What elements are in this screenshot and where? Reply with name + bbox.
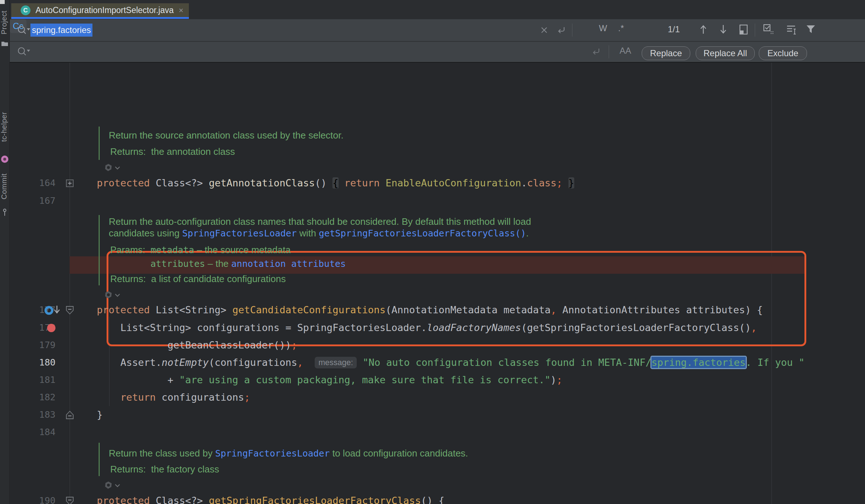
replace-toolbar: AA Replace Replace All Exclude	[10, 42, 865, 62]
regex-toggle[interactable]: .*	[618, 23, 624, 33]
javadoc-line: Returns: the factory class	[110, 460, 219, 478]
code-token: ;	[556, 374, 562, 385]
code-token: to load configuration candidates.	[330, 448, 468, 459]
preserve-case-toggle[interactable]: AA	[620, 46, 631, 56]
code-line: Assert.notEmpty(configurations, message:…	[120, 354, 804, 371]
toolbar-separator	[609, 45, 609, 58]
code-token: return	[344, 177, 386, 189]
sidebar-item-tc-helper[interactable]: tc-helper	[0, 102, 9, 152]
line-number[interactable]: 180	[10, 354, 55, 371]
code-token: SpringFactoriesLoader	[182, 228, 297, 239]
code-token: Params:	[110, 244, 150, 255]
code-token: metadata	[150, 245, 194, 255]
fold-start-icon[interactable]	[65, 496, 74, 504]
code-token: Return the class used by	[109, 448, 215, 459]
javadoc-line: Returns: a list of candidate configurati…	[110, 270, 286, 288]
line-number[interactable]: 184	[10, 424, 55, 441]
toolbar-separator	[755, 24, 755, 37]
select-all-occurrences-icon[interactable]	[763, 24, 775, 36]
tab-title: AutoConfigurationImportSelector.java	[36, 5, 174, 15]
search-icon[interactable]	[16, 25, 31, 36]
code-line: List<String> configurations = SpringFact…	[120, 319, 757, 336]
line-number[interactable]: 181	[10, 371, 55, 389]
code-token: (getSpringFactoriesLoaderFactoryClass()	[521, 322, 751, 333]
code-token: () {	[421, 495, 444, 504]
code-token: SpringFactoriesLoader	[215, 448, 330, 459]
code-token: "No auto configuration classes found in …	[363, 357, 651, 368]
corner-widget	[0, 0, 5, 4]
code-line: getBeanClassLoader());	[167, 336, 297, 354]
code-token: loadFactoryNames	[427, 322, 521, 333]
code-token	[303, 357, 315, 368]
code-token: protected	[97, 304, 156, 315]
line-number[interactable]: 179	[10, 336, 55, 354]
code-token: return	[120, 392, 162, 403]
editor[interactable]: 1641671771781791801811821831841901911921…	[10, 63, 865, 504]
sidebar-item-project[interactable]: Project	[0, 6, 9, 39]
code-token: . If you "	[746, 357, 805, 368]
javadoc-bar	[99, 443, 100, 476]
newline-icon[interactable]	[556, 25, 567, 35]
code-token: Returns: the annotation class	[110, 146, 235, 157]
fold-expand-icon[interactable]	[66, 179, 74, 189]
tab-autoconfigurationimportselector[interactable]: C AutoConfigurationImportSelector.java ×	[11, 3, 189, 17]
code-token	[562, 177, 568, 189]
code-token: ,	[751, 322, 757, 333]
code-token: – the source metadata	[194, 244, 291, 255]
multiline-icon[interactable]	[786, 24, 798, 35]
code-token: (configurations	[209, 357, 297, 368]
code-token: configurations	[162, 392, 244, 403]
code-line: }	[97, 406, 103, 424]
code-token: Returns: the factory class	[110, 464, 219, 475]
replace-input[interactable]	[32, 46, 503, 57]
plugin-icon[interactable]	[1, 155, 9, 165]
replace-all-button[interactable]: Replace All	[696, 46, 755, 60]
clear-icon[interactable]	[540, 26, 549, 34]
gutter-separator	[70, 63, 70, 504]
code-token: }	[568, 177, 574, 189]
override-icon[interactable]	[44, 304, 62, 318]
fold-end-icon[interactable]	[65, 410, 74, 421]
line-number[interactable]: 167	[10, 192, 55, 210]
search-input[interactable]: spring.factories	[30, 24, 92, 37]
line-number[interactable]: 190	[10, 492, 55, 504]
replace-newline-icon[interactable]	[591, 47, 601, 56]
words-toggle[interactable]: W	[599, 23, 607, 33]
sidebar-item-commit[interactable]: Commit	[0, 168, 9, 205]
search-in-selection-icon[interactable]	[738, 24, 749, 36]
javadoc-line: attributes – the annotation attributes	[150, 255, 346, 272]
code-token: protected	[97, 495, 156, 504]
code-token: ()	[315, 177, 332, 189]
line-number[interactable]: 164	[10, 174, 55, 192]
doc-render-icon[interactable]	[103, 480, 120, 493]
doc-render-icon[interactable]	[103, 163, 120, 175]
next-occurrence-icon[interactable]	[719, 24, 728, 35]
prev-occurrence-icon[interactable]	[699, 24, 708, 35]
code-token: }	[97, 409, 103, 420]
line-number[interactable]: 183	[10, 406, 55, 424]
exclude-button[interactable]: Exclude	[759, 46, 807, 60]
replace-button[interactable]: Replace	[642, 46, 690, 60]
code-token: "are using a custom packaging, make sure…	[179, 374, 551, 385]
tab-active-underline	[11, 17, 189, 19]
code-token: {	[332, 177, 338, 189]
match-count: 1/1	[668, 24, 680, 34]
line-number[interactable]: 182	[10, 389, 55, 406]
code-token: Assert.	[120, 357, 162, 368]
filter-icon[interactable]	[806, 24, 816, 34]
breakpoint-icon[interactable]	[46, 323, 56, 334]
toolbar-separator	[572, 24, 572, 37]
code-line: protected Class<?> getAnnotationClass() …	[97, 174, 574, 192]
code-token: List<String>	[156, 304, 232, 315]
code-token: +	[167, 374, 179, 385]
replace-search-icon	[16, 46, 31, 58]
code-token: (AnnotationMetadata metadata	[386, 304, 551, 315]
doc-render-icon[interactable]	[103, 290, 120, 302]
fold-start-icon[interactable]	[65, 305, 74, 317]
code-line: + "are using a custom packaging, make su…	[167, 371, 562, 389]
tool-window-stripe: Project tc-helper Commit	[0, 0, 10, 504]
javadoc-line: candidates using SpringFactoriesLoader w…	[109, 224, 529, 242]
close-icon[interactable]: ×	[179, 6, 183, 15]
editor-tab-bar: C AutoConfigurationImportSelector.java ×	[10, 0, 865, 19]
code-token: candidates using	[109, 228, 182, 239]
